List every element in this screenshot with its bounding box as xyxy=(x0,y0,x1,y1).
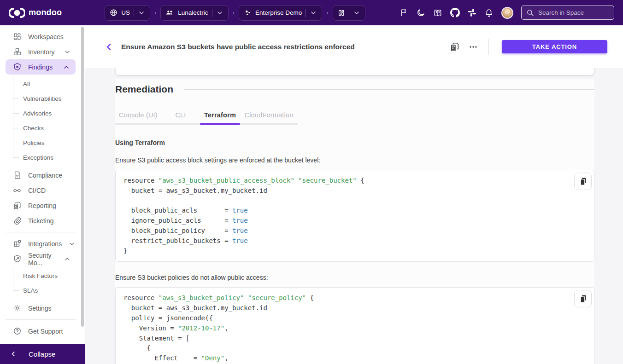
chevron-down-icon[interactable] xyxy=(353,9,360,17)
sidebar-item-settings[interactable]: Settings xyxy=(0,300,85,316)
breadcrumb-separator: › xyxy=(325,9,329,16)
org-icon xyxy=(244,9,252,17)
sidebar-nav: Workspaces Inventory Findings xyxy=(0,25,85,344)
remediation-tab[interactable]: CLI xyxy=(161,107,200,123)
breadcrumb-region-selector[interactable]: US xyxy=(105,5,150,21)
terraform-code-block-1: resource "aws_s3_bucket_public_access_bl… xyxy=(115,170,594,262)
sidebar-subitem[interactable]: Advisories xyxy=(0,106,85,121)
sidebar-item-workspaces[interactable]: Workspaces xyxy=(0,29,85,44)
header-actions: TAKE ACTION xyxy=(450,39,607,55)
sidebar-item-get-support[interactable]: Get Support xyxy=(0,324,85,339)
user-avatar[interactable] xyxy=(501,7,513,19)
collapse-sidebar-button[interactable]: Collapse xyxy=(0,344,85,364)
sidebar-item-compliance[interactable]: Compliance xyxy=(0,168,85,183)
brand-name: mondoo xyxy=(29,8,62,17)
breadcrumb-separator: › xyxy=(232,9,235,16)
sidebar-item-integrations[interactable]: Integrations xyxy=(0,236,85,251)
sidebar-scrollbar[interactable] xyxy=(81,27,84,327)
report-doc-pie-icon[interactable] xyxy=(450,42,460,52)
main-content: Ensure Amazon S3 buckets have public acc… xyxy=(85,25,623,364)
reporting-doc-pie-icon xyxy=(12,201,22,210)
copy-code-button[interactable] xyxy=(574,290,592,307)
mondoo-logo[interactable]: mondoo xyxy=(9,8,62,18)
copy-icon xyxy=(579,177,588,186)
more-options-icon[interactable] xyxy=(468,42,478,52)
chevron-up-icon xyxy=(63,64,70,71)
breadcrumb-space-selector[interactable]: Enterprise Demo xyxy=(239,5,322,21)
search-icon xyxy=(526,9,534,17)
notifications-bell-icon[interactable] xyxy=(484,8,494,17)
workspaces-icon xyxy=(12,32,22,41)
breadcrumb-workspace-selector[interactable] xyxy=(333,5,365,21)
findings-shield-bug-icon xyxy=(12,63,22,72)
sidebar-item-inventory[interactable]: Inventory xyxy=(0,44,85,59)
space-search xyxy=(521,6,614,20)
cicd-infinity-icon xyxy=(12,186,22,195)
remediation-heading: Remediation xyxy=(115,84,173,95)
sidebar-item-ticketing[interactable]: Ticketing xyxy=(0,213,85,228)
using-terraform-subheading: Using Terraform xyxy=(115,139,594,146)
compliance-doc-check-icon xyxy=(12,171,22,180)
sidebar-item-security-model[interactable]: Security Mo... xyxy=(0,251,85,266)
feature-flag-icon[interactable] xyxy=(400,8,408,17)
finding-header: Ensure Amazon S3 buckets have public acc… xyxy=(85,25,623,68)
copy-code-button[interactable] xyxy=(574,173,592,190)
take-action-button[interactable]: TAKE ACTION xyxy=(502,40,607,53)
sidebar-subitem[interactable]: All xyxy=(0,76,85,91)
remediation-tab[interactable]: Console (UI) xyxy=(115,107,161,123)
workspace-grid-icon xyxy=(338,9,345,17)
team-icon xyxy=(165,9,174,17)
sidebar-subitem[interactable]: Checks xyxy=(0,121,85,135)
security-sub-list: Risk Factors SLAs xyxy=(0,268,85,298)
code-lines: resource "aws_s3_bucket_policy" "secure_… xyxy=(123,293,568,364)
page-title: Ensure Amazon S3 buckets have public acc… xyxy=(121,43,450,51)
sidebar-subitem[interactable]: Risk Factors xyxy=(0,268,85,283)
sidebar-subitem[interactable]: Vulnerabilities xyxy=(0,91,85,106)
sidebar-item-cicd[interactable]: CI/CD xyxy=(0,183,85,198)
sidebar-subitem[interactable]: Exceptions xyxy=(0,150,85,165)
topbar-actions xyxy=(400,6,614,20)
ticketing-paperclip-icon xyxy=(12,216,22,225)
search-input[interactable] xyxy=(538,9,620,16)
chevron-down-icon[interactable] xyxy=(310,9,317,17)
chevron-left-icon xyxy=(10,351,17,357)
remediation-tab[interactable]: Terraform xyxy=(200,107,240,123)
topbar: mondoo US › Lunalectric xyxy=(0,0,623,25)
sidebar-subitem[interactable]: SLAs xyxy=(0,283,85,298)
sidebar-divider xyxy=(6,232,76,232)
remediation-paragraph-2: Ensure S3 bucket policies do not allow p… xyxy=(115,274,594,281)
avatar xyxy=(501,7,513,19)
chevron-left-icon xyxy=(105,42,114,52)
sidebar-subitem[interactable]: Policies xyxy=(0,135,85,150)
chevron-down-icon[interactable] xyxy=(138,9,145,17)
chevron-down-icon xyxy=(64,48,71,56)
chevron-down-icon[interactable] xyxy=(216,9,223,17)
help-circle-icon xyxy=(12,327,22,336)
remediation-tab[interactable]: CloudFormation xyxy=(240,107,298,123)
integrations-icon xyxy=(12,239,22,248)
sidebar-item-reporting[interactable]: Reporting xyxy=(0,198,85,213)
sidebar-item-findings[interactable]: Findings xyxy=(6,59,76,75)
docs-book-icon[interactable] xyxy=(433,8,442,17)
sidebar: Workspaces Inventory Findings xyxy=(0,25,85,364)
remediation-tabs: Console (UI) CLI Terraform CloudFormatio… xyxy=(115,107,298,125)
terraform-code-block-2: resource "aws_s3_bucket_policy" "secure_… xyxy=(115,287,594,364)
breadcrumb-organization-selector[interactable]: Lunalectric xyxy=(160,5,228,21)
globe-icon xyxy=(110,9,118,17)
settings-gear-icon xyxy=(12,304,22,313)
header-divider xyxy=(488,39,489,55)
heading-divider xyxy=(184,89,594,90)
slack-icon[interactable] xyxy=(468,8,476,17)
remediation-heading-row: Remediation xyxy=(115,79,594,95)
sidebar-divider xyxy=(6,319,76,320)
breadcrumb: US › Lunalectric › xyxy=(105,5,365,21)
dark-mode-moon-icon[interactable] xyxy=(416,8,425,17)
remediation-section: Remediation Console (UI) CLI Terraform C… xyxy=(115,79,594,364)
findings-sub-list: All Vulnerabilities Advisories Checks Po… xyxy=(0,76,85,165)
github-icon[interactable] xyxy=(450,8,460,17)
chevron-up-icon xyxy=(64,255,71,263)
security-model-shield-wrench-icon xyxy=(12,254,22,264)
chevron-down-icon xyxy=(68,240,76,248)
inventory-icon xyxy=(12,47,22,57)
back-button[interactable] xyxy=(105,42,114,52)
